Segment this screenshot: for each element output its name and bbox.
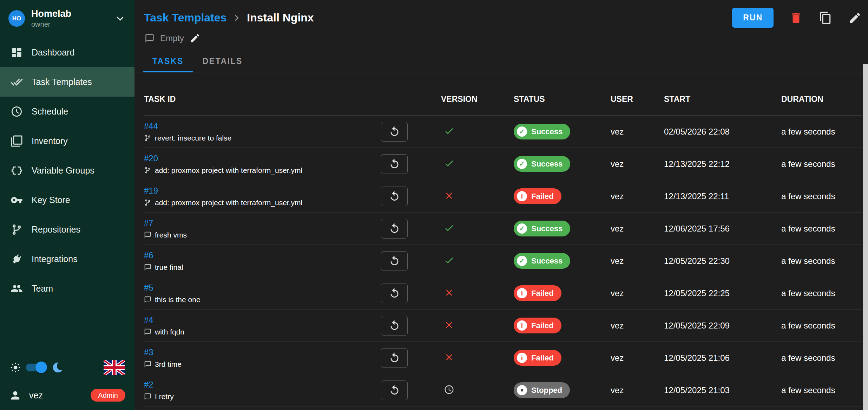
trash-icon (789, 11, 803, 25)
replay-icon (389, 287, 400, 299)
table-row: #4 with fqdn i Failed vez 12/05/2025 22:… (144, 310, 862, 342)
branch-icon (144, 134, 151, 142)
col-version: VERSION (441, 95, 514, 104)
tab-bar: TASKSDETAILS (134, 51, 868, 72)
sidebar-item-task-templates[interactable]: Task Templates (0, 67, 134, 97)
chat-bubble-icon (144, 360, 151, 368)
chevron-down-icon (113, 12, 127, 25)
sidebar-item-key-store[interactable]: Key Store (0, 185, 134, 215)
task-start: 12/13/2025 22:11 (664, 191, 729, 201)
sidebar-item-inventory[interactable]: Inventory (0, 126, 134, 156)
replay-icon (389, 320, 400, 331)
rerun-task-button[interactable] (381, 284, 408, 303)
col-task-id: TASK ID (144, 95, 381, 104)
task-message: true final (144, 263, 381, 272)
chevron-right-icon (231, 12, 243, 24)
task-duration: a few seconds (781, 224, 835, 233)
task-user: vez (611, 353, 624, 363)
table-row: #1 ■ Stopped vez 12/05/2025 20:56 a few … (144, 406, 862, 410)
status-badge: ✓ Success (514, 156, 570, 172)
tab-details[interactable]: DETAILS (193, 51, 252, 72)
delete-template-button[interactable] (789, 11, 803, 25)
table-row: #2 I retry ■ Stopped vez 12/05/2025 21:0… (144, 374, 862, 406)
light-mode-icon (10, 362, 21, 373)
status-badge: ✓ Success (514, 253, 570, 269)
task-start: 12/05/2025 22:09 (664, 321, 730, 330)
col-duration: DURATION (781, 95, 862, 104)
task-start: 02/05/2026 22:08 (664, 127, 730, 136)
rerun-task-button[interactable] (381, 187, 408, 206)
task-id-link[interactable]: #4 (144, 315, 153, 325)
repositories-icon (11, 223, 23, 236)
clock-icon (444, 384, 454, 395)
sidebar-item-variable-groups[interactable]: Variable Groups (0, 156, 134, 185)
rerun-task-button[interactable] (381, 316, 408, 336)
rerun-task-button[interactable] (381, 122, 408, 142)
task-templates-icon (11, 76, 23, 88)
project-name: Homelab (31, 8, 113, 19)
sidebar-item-repositories[interactable]: Repositories (0, 215, 134, 244)
status-badge: i Failed (514, 285, 561, 301)
task-duration: a few seconds (781, 191, 835, 201)
person-icon (9, 389, 21, 402)
role-badge: Admin (91, 389, 125, 402)
sidebar-item-team[interactable]: Team (0, 274, 134, 303)
dark-mode-icon (52, 362, 64, 373)
check-icon (444, 126, 454, 136)
vertical-scrollbar[interactable] (863, 64, 868, 410)
task-id-link[interactable]: #7 (144, 218, 153, 228)
branch-icon (144, 167, 151, 174)
rerun-task-button[interactable] (381, 154, 408, 174)
sidebar-item-integrations[interactable]: Integrations (0, 244, 134, 274)
task-id-link[interactable]: #19 (144, 186, 158, 196)
team-icon (11, 282, 23, 295)
sidebar-item-dashboard[interactable]: Dashboard (0, 38, 134, 67)
tab-tasks[interactable]: TASKS (143, 51, 193, 72)
task-user: vez (611, 191, 624, 201)
check-icon (444, 223, 454, 233)
close-icon (444, 320, 454, 330)
status-badge: i Failed (514, 188, 561, 204)
chat-bubble-icon (145, 33, 154, 43)
rerun-task-button[interactable] (381, 251, 408, 271)
copy-template-button[interactable] (818, 11, 833, 25)
project-avatar: HO (8, 10, 25, 27)
project-role: owner (31, 20, 113, 28)
task-id-link[interactable]: #6 (144, 250, 153, 260)
col-user: USER (611, 95, 664, 104)
task-duration: a few seconds (781, 127, 835, 136)
task-id-link[interactable]: #2 (144, 380, 153, 390)
run-button[interactable]: RUN (732, 8, 774, 28)
task-user: vez (611, 224, 624, 233)
task-id-link[interactable]: #3 (144, 347, 153, 357)
dark-mode-toggle[interactable] (26, 364, 46, 371)
task-duration: a few seconds (781, 385, 835, 395)
edit-description-icon[interactable] (190, 33, 200, 44)
task-message: this is the one (144, 295, 381, 304)
language-flag-uk[interactable] (104, 360, 125, 375)
variable-groups-icon (11, 164, 23, 177)
task-id-link[interactable]: #44 (144, 121, 158, 131)
task-user: vez (611, 385, 624, 395)
table-rows: #44 revert: insecure to false ✓ Success … (144, 116, 862, 410)
task-id-link[interactable]: #20 (144, 154, 158, 163)
sidebar-item-schedule[interactable]: Schedule (0, 97, 134, 126)
project-switcher[interactable]: HO Homelab owner (0, 0, 134, 35)
close-icon (444, 190, 454, 201)
table-row: #3 3rd time i Failed vez 12/05/2025 21:0… (144, 342, 862, 374)
task-message: 3rd time (144, 360, 381, 369)
current-user[interactable]: vez Admin (0, 380, 134, 410)
status-badge: ✓ Success (514, 221, 570, 236)
replay-icon (389, 158, 400, 170)
edit-template-button[interactable] (848, 11, 862, 25)
task-message: revert: insecure to false (144, 134, 381, 142)
breadcrumb-parent-link[interactable]: Task Templates (144, 11, 226, 24)
task-message: fresh vms (144, 231, 381, 239)
table-row: #5 this is the one i Failed vez 12/05/20… (144, 277, 862, 310)
rerun-task-button[interactable] (381, 380, 408, 400)
task-id-link[interactable]: #5 (144, 283, 153, 293)
replay-icon (389, 223, 400, 234)
status-badge: ✓ Success (514, 124, 570, 139)
rerun-task-button[interactable] (381, 348, 408, 368)
rerun-task-button[interactable] (381, 219, 408, 239)
